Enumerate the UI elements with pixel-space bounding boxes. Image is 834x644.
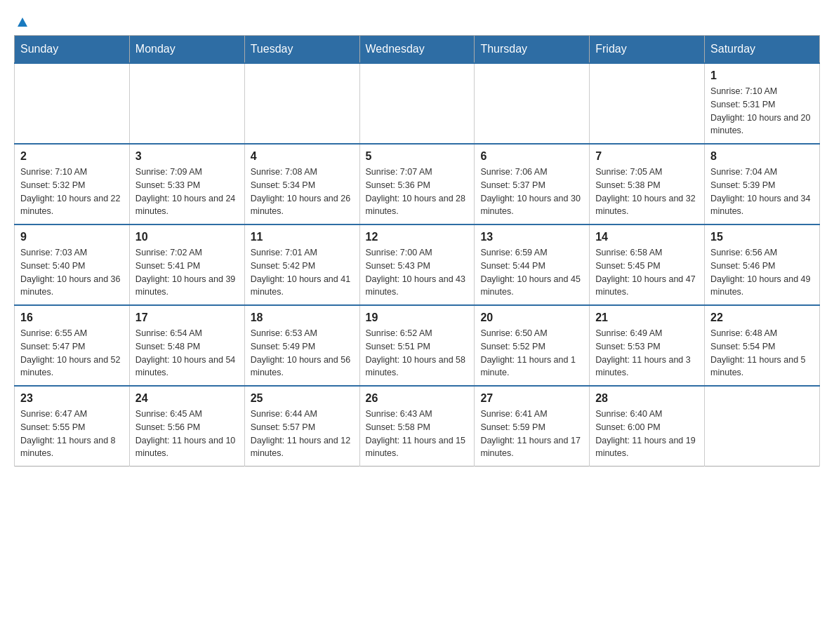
calendar-cell: 3Sunrise: 7:09 AMSunset: 5:33 PMDaylight…	[129, 144, 244, 224]
day-info: Sunrise: 7:05 AMSunset: 5:38 PMDaylight:…	[595, 166, 699, 218]
day-info: Sunrise: 6:41 AMSunset: 5:59 PMDaylight:…	[480, 408, 583, 460]
calendar-week-5: 23Sunrise: 6:47 AMSunset: 5:55 PMDayligh…	[15, 386, 820, 467]
calendar-cell: 10Sunrise: 7:02 AMSunset: 5:41 PMDayligh…	[129, 224, 244, 305]
calendar-cell	[705, 386, 820, 467]
calendar-cell: 14Sunrise: 6:58 AMSunset: 5:45 PMDayligh…	[590, 224, 705, 305]
calendar-cell: 1Sunrise: 7:10 AMSunset: 5:31 PMDaylight…	[705, 63, 820, 144]
day-number: 10	[135, 231, 239, 243]
day-info: Sunrise: 6:48 AMSunset: 5:54 PMDaylight:…	[710, 327, 814, 380]
calendar-cell: 15Sunrise: 6:56 AMSunset: 5:46 PMDayligh…	[705, 224, 820, 305]
day-info: Sunrise: 6:47 AMSunset: 5:55 PMDaylight:…	[20, 408, 124, 460]
calendar-cell: 26Sunrise: 6:43 AMSunset: 5:58 PMDayligh…	[359, 386, 475, 467]
day-info: Sunrise: 7:09 AMSunset: 5:33 PMDaylight:…	[135, 166, 239, 218]
day-info: Sunrise: 7:10 AMSunset: 5:31 PMDaylight:…	[710, 85, 814, 137]
day-info: Sunrise: 6:43 AMSunset: 5:58 PMDaylight:…	[366, 408, 469, 460]
day-info: Sunrise: 6:45 AMSunset: 5:56 PMDaylight:…	[135, 408, 239, 460]
logo-triangle-icon	[15, 14, 29, 28]
calendar-cell: 12Sunrise: 7:00 AMSunset: 5:43 PMDayligh…	[359, 224, 475, 305]
day-number: 12	[366, 231, 469, 243]
day-number: 24	[135, 392, 239, 405]
day-info: Sunrise: 7:04 AMSunset: 5:39 PMDaylight:…	[710, 166, 814, 218]
day-number: 26	[366, 392, 469, 405]
logo	[14, 14, 29, 28]
header-saturday: Saturday	[705, 36, 820, 64]
day-number: 22	[710, 311, 814, 324]
header-thursday: Thursday	[475, 36, 590, 64]
day-number: 21	[595, 311, 699, 324]
day-number: 8	[710, 150, 814, 163]
day-info: Sunrise: 7:07 AMSunset: 5:36 PMDaylight:…	[366, 166, 469, 218]
calendar-cell: 25Sunrise: 6:44 AMSunset: 5:57 PMDayligh…	[244, 386, 359, 467]
day-number: 13	[480, 231, 583, 243]
day-info: Sunrise: 6:55 AMSunset: 5:47 PMDaylight:…	[20, 327, 124, 380]
calendar-cell: 11Sunrise: 7:01 AMSunset: 5:42 PMDayligh…	[244, 224, 359, 305]
header-monday: Monday	[129, 36, 244, 64]
day-info: Sunrise: 7:08 AMSunset: 5:34 PMDaylight:…	[251, 166, 354, 218]
day-info: Sunrise: 6:40 AMSunset: 6:00 PMDaylight:…	[595, 408, 699, 460]
header-sunday: Sunday	[15, 36, 130, 64]
calendar-cell: 18Sunrise: 6:53 AMSunset: 5:49 PMDayligh…	[244, 305, 359, 386]
day-info: Sunrise: 6:49 AMSunset: 5:53 PMDaylight:…	[595, 327, 699, 380]
day-info: Sunrise: 6:59 AMSunset: 5:44 PMDaylight:…	[480, 246, 583, 299]
svg-marker-0	[18, 18, 27, 27]
day-info: Sunrise: 7:00 AMSunset: 5:43 PMDaylight:…	[366, 246, 469, 299]
calendar-cell	[244, 63, 359, 144]
calendar-cell: 22Sunrise: 6:48 AMSunset: 5:54 PMDayligh…	[705, 305, 820, 386]
day-number: 2	[20, 150, 124, 163]
day-info: Sunrise: 6:53 AMSunset: 5:49 PMDaylight:…	[251, 327, 354, 380]
day-info: Sunrise: 7:01 AMSunset: 5:42 PMDaylight:…	[251, 246, 354, 299]
day-info: Sunrise: 6:44 AMSunset: 5:57 PMDaylight:…	[251, 408, 354, 460]
day-number: 7	[595, 150, 699, 163]
day-info: Sunrise: 6:50 AMSunset: 5:52 PMDaylight:…	[480, 327, 583, 380]
calendar-cell: 13Sunrise: 6:59 AMSunset: 5:44 PMDayligh…	[475, 224, 590, 305]
day-number: 9	[20, 231, 124, 243]
day-number: 6	[480, 150, 583, 163]
day-number: 25	[251, 392, 354, 405]
calendar-cell: 27Sunrise: 6:41 AMSunset: 5:59 PMDayligh…	[475, 386, 590, 467]
day-number: 17	[135, 311, 239, 324]
day-number: 11	[251, 231, 354, 243]
calendar-cell: 6Sunrise: 7:06 AMSunset: 5:37 PMDaylight…	[475, 144, 590, 224]
calendar-cell: 7Sunrise: 7:05 AMSunset: 5:38 PMDaylight…	[590, 144, 705, 224]
calendar-cell: 28Sunrise: 6:40 AMSunset: 6:00 PMDayligh…	[590, 386, 705, 467]
day-info: Sunrise: 7:06 AMSunset: 5:37 PMDaylight:…	[480, 166, 583, 218]
calendar-cell: 4Sunrise: 7:08 AMSunset: 5:34 PMDaylight…	[244, 144, 359, 224]
header-tuesday: Tuesday	[244, 36, 359, 64]
calendar-cell	[475, 63, 590, 144]
day-info: Sunrise: 6:52 AMSunset: 5:51 PMDaylight:…	[366, 327, 469, 380]
calendar-cell: 8Sunrise: 7:04 AMSunset: 5:39 PMDaylight…	[705, 144, 820, 224]
calendar-cell: 19Sunrise: 6:52 AMSunset: 5:51 PMDayligh…	[359, 305, 475, 386]
calendar-cell: 16Sunrise: 6:55 AMSunset: 5:47 PMDayligh…	[15, 305, 130, 386]
calendar-cell: 17Sunrise: 6:54 AMSunset: 5:48 PMDayligh…	[129, 305, 244, 386]
day-number: 1	[710, 69, 814, 82]
calendar-cell	[590, 63, 705, 144]
calendar-cell	[15, 63, 130, 144]
day-number: 23	[20, 392, 124, 405]
day-info: Sunrise: 7:03 AMSunset: 5:40 PMDaylight:…	[20, 246, 124, 299]
calendar-cell: 2Sunrise: 7:10 AMSunset: 5:32 PMDaylight…	[15, 144, 130, 224]
day-number: 16	[20, 311, 124, 324]
day-info: Sunrise: 6:58 AMSunset: 5:45 PMDaylight:…	[595, 246, 699, 299]
day-info: Sunrise: 7:10 AMSunset: 5:32 PMDaylight:…	[20, 166, 124, 218]
calendar-cell: 23Sunrise: 6:47 AMSunset: 5:55 PMDayligh…	[15, 386, 130, 467]
day-number: 3	[135, 150, 239, 163]
calendar-header-row: SundayMondayTuesdayWednesdayThursdayFrid…	[15, 36, 820, 64]
day-info: Sunrise: 7:02 AMSunset: 5:41 PMDaylight:…	[135, 246, 239, 299]
calendar-cell: 21Sunrise: 6:49 AMSunset: 5:53 PMDayligh…	[590, 305, 705, 386]
calendar-week-2: 2Sunrise: 7:10 AMSunset: 5:32 PMDaylight…	[15, 144, 820, 224]
calendar-cell	[359, 63, 475, 144]
day-number: 28	[595, 392, 699, 405]
calendar-cell: 20Sunrise: 6:50 AMSunset: 5:52 PMDayligh…	[475, 305, 590, 386]
day-number: 18	[251, 311, 354, 324]
day-number: 20	[480, 311, 583, 324]
day-info: Sunrise: 6:56 AMSunset: 5:46 PMDaylight:…	[710, 246, 814, 299]
day-number: 14	[595, 231, 699, 243]
day-info: Sunrise: 6:54 AMSunset: 5:48 PMDaylight:…	[135, 327, 239, 380]
day-number: 27	[480, 392, 583, 405]
calendar-week-3: 9Sunrise: 7:03 AMSunset: 5:40 PMDaylight…	[15, 224, 820, 305]
calendar-week-1: 1Sunrise: 7:10 AMSunset: 5:31 PMDaylight…	[15, 63, 820, 144]
calendar-cell: 24Sunrise: 6:45 AMSunset: 5:56 PMDayligh…	[129, 386, 244, 467]
calendar-week-4: 16Sunrise: 6:55 AMSunset: 5:47 PMDayligh…	[15, 305, 820, 386]
page-header	[14, 14, 820, 28]
calendar-cell: 5Sunrise: 7:07 AMSunset: 5:36 PMDaylight…	[359, 144, 475, 224]
